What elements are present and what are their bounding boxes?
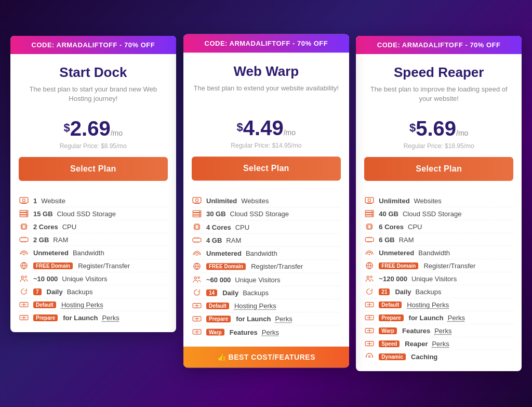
feature-item: 6 Cores CPU — [364, 220, 513, 233]
select-plan-button[interactable]: Select Plan — [19, 157, 168, 181]
perks-icon — [364, 313, 375, 322]
website-icon — [192, 196, 202, 205]
feature-text: Perks — [434, 327, 451, 335]
promo-banner: CODE: ARMADALIFTOFF - 70% OFF — [10, 36, 176, 54]
svg-point-13 — [21, 276, 23, 278]
plan-price: $ 4.49/mo — [183, 109, 349, 142]
feature-item: FREE Domain Register/Transfer — [192, 260, 341, 273]
domain-icon — [192, 262, 202, 270]
cpu-icon — [192, 222, 202, 231]
feature-text: Perks — [448, 314, 465, 322]
feature-bold: Features — [402, 327, 430, 335]
feature-tag: 7 — [33, 288, 42, 295]
svg-point-49 — [370, 276, 373, 278]
svg-point-28 — [196, 254, 197, 256]
svg-point-31 — [197, 277, 200, 279]
feature-text: RAM — [399, 236, 414, 244]
svg-rect-26 — [195, 225, 198, 229]
feature-bold: 4 Cores — [206, 223, 231, 231]
feature-bold: Daily — [47, 288, 63, 296]
feature-tag: Prepare — [379, 314, 403, 321]
feature-text: Hosting Perks — [61, 301, 103, 309]
svg-point-48 — [367, 276, 369, 278]
feature-tag: 21 — [379, 288, 390, 295]
feature-text: Perks — [275, 315, 292, 323]
select-plan-button[interactable]: Select Plan — [364, 157, 513, 181]
plan-name: Speed Reaper — [364, 64, 513, 81]
feature-text: Bandwidth — [418, 249, 450, 257]
feature-tag: Warp — [206, 329, 224, 335]
svg-point-41 — [372, 213, 373, 214]
feature-bold: Daily — [222, 288, 238, 296]
cpu-icon — [364, 222, 375, 231]
feature-item: FREE Domain Register/Transfer — [364, 259, 513, 272]
svg-rect-44 — [368, 225, 371, 229]
svg-point-30 — [194, 277, 196, 279]
price-period: /mo — [111, 129, 123, 137]
feature-item: Speed Reaper Perks — [364, 337, 513, 350]
feature-item: 2 GB RAM — [19, 233, 168, 246]
price-period: /mo — [283, 128, 295, 137]
feature-item: ~60 000 Unique Visitors — [192, 273, 341, 286]
feature-tag: FREE Domain — [206, 263, 246, 270]
storage-icon — [19, 209, 29, 218]
domain-icon — [19, 261, 29, 270]
feature-text: Register/Transfer — [423, 262, 475, 270]
feature-item: Warp Features Perks — [192, 325, 341, 338]
perks-icon — [192, 301, 202, 310]
svg-point-54 — [369, 356, 371, 358]
feature-tag: 14 — [206, 289, 217, 296]
feature-tag: Default — [33, 301, 56, 308]
svg-rect-0 — [20, 198, 28, 203]
feature-bold: 30 GB — [206, 210, 226, 218]
bandwidth-icon — [192, 249, 202, 257]
ram-icon — [364, 235, 375, 244]
feature-bold: for Launch — [236, 315, 271, 323]
feature-item: 1 Website — [19, 194, 168, 207]
svg-rect-10 — [20, 238, 28, 242]
feature-bold: 2 Cores — [33, 223, 58, 231]
feature-item: ~120 000 Unique Visitors — [364, 272, 513, 285]
feature-text: Backups — [416, 288, 442, 296]
feature-item: Unlimited Websites — [192, 194, 341, 207]
feature-item: 2 Cores CPU — [19, 220, 168, 233]
feature-item: 15 GB Cloud SSD Storage — [19, 207, 168, 220]
feature-tag: FREE Domain — [379, 262, 418, 269]
feature-tag: Prepare — [206, 316, 231, 322]
feature-bold: for Launch — [409, 314, 444, 322]
svg-point-40 — [372, 211, 373, 212]
plan-price: $ 2.69/mo — [10, 110, 176, 142]
website-icon — [364, 196, 375, 205]
plan-card-web-warp: CODE: ARMADALIFTOFF - 70% OFFWeb WarpThe… — [183, 34, 349, 367]
feature-text: Unique Visitors — [235, 275, 280, 283]
svg-rect-27 — [193, 238, 201, 242]
feature-item: Default Hosting Perks — [364, 298, 513, 311]
feature-text: Backups — [67, 288, 93, 296]
feature-item: Prepare for Launch Perks — [364, 311, 513, 324]
svg-rect-17 — [193, 198, 201, 203]
regular-price: Regular Price: $14.95/mo — [183, 142, 349, 149]
feature-text: Unique Visitors — [411, 275, 457, 283]
feature-tag: Default — [206, 302, 229, 309]
feature-text: Hosting Perks — [407, 301, 449, 309]
svg-point-11 — [23, 254, 25, 255]
website-icon — [19, 196, 29, 205]
perks-icon — [192, 327, 202, 336]
feature-text: Website — [41, 197, 65, 205]
feature-item: Unlimited Websites — [364, 194, 513, 207]
feature-text: Cloud SSD Storage — [403, 210, 461, 218]
ram-icon — [192, 236, 202, 244]
feature-item: Unmetered Bandwidth — [19, 246, 168, 259]
plan-description: The best plan to start your brand new We… — [19, 85, 168, 104]
pricing-container: CODE: ARMADALIFTOFF - 70% OFFStart DockT… — [10, 36, 522, 371]
feature-bold: 40 GB — [379, 210, 398, 218]
feature-text: Cloud SSD Storage — [230, 210, 288, 218]
feature-item: 4 GB RAM — [192, 234, 341, 247]
features-list: 1 Website 15 GB Cloud SSD Storage 2 Core… — [10, 189, 176, 332]
select-plan-button[interactable]: Select Plan — [192, 156, 341, 180]
plan-header: Web WarpThe best plan to extend your web… — [183, 52, 349, 109]
perks-icon — [364, 339, 375, 348]
feature-bold: Unlimited — [206, 196, 237, 204]
svg-point-18 — [195, 199, 198, 201]
feature-bold: Unmetered — [33, 249, 69, 257]
